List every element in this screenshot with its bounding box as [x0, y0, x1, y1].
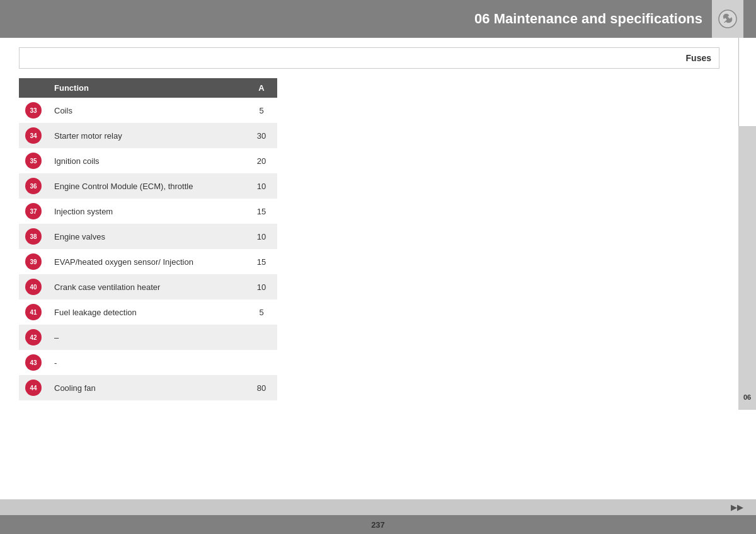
fuse-function-cell: Injection system — [48, 199, 246, 224]
fuse-number-cell: 42 — [19, 325, 48, 350]
fuse-function-cell: Starter motor relay — [48, 123, 246, 148]
table-row: 42– — [19, 325, 277, 350]
fuse-function-cell: EVAP/heated oxygen sensor/ Injection — [48, 249, 246, 274]
chapter-tab-label: 06 — [738, 385, 756, 410]
fuse-function-cell: – — [48, 325, 246, 350]
fuse-function-cell: Engine Control Module (ECM), throttle — [48, 173, 246, 199]
page-number: 237 — [371, 520, 385, 530]
fuse-number-badge: 44 — [25, 380, 42, 396]
fuse-number-cell: 33 — [19, 98, 48, 123]
table-row: 43- — [19, 350, 277, 375]
fuse-ampere-cell — [246, 325, 277, 350]
table-row: 41Fuel leakage detection5 — [19, 299, 277, 325]
fuse-number-badge: 37 — [25, 203, 42, 219]
header-icon-box — [712, 0, 743, 38]
fuse-number-cell: 38 — [19, 224, 48, 249]
fuse-function-cell: Cooling fan — [48, 375, 246, 400]
table-header-row: Function A — [19, 78, 277, 98]
fuse-number-badge: 40 — [25, 279, 42, 295]
fuse-number-cell: 34 — [19, 123, 48, 148]
fuse-number-badge: 38 — [25, 228, 42, 245]
header-title: 06 Maintenance and specifications — [474, 11, 702, 27]
table-row: 39EVAP/heated oxygen sensor/ Injection15 — [19, 249, 277, 274]
fuse-function-cell: Engine valves — [48, 224, 246, 249]
section-header: Fuses — [19, 47, 719, 69]
fuse-ampere-cell: 15 — [246, 199, 277, 224]
col-header-function: Function — [48, 78, 246, 98]
fuse-ampere-cell: 5 — [246, 299, 277, 325]
fuse-ampere-cell: 80 — [246, 375, 277, 400]
fuse-ampere-cell: 10 — [246, 274, 277, 299]
fuse-function-cell: Coils — [48, 98, 246, 123]
fuse-ampere-cell — [246, 350, 277, 375]
col-header-a: A — [246, 78, 277, 98]
wrench-icon — [718, 9, 738, 29]
fuse-number-badge: 39 — [25, 253, 42, 270]
section-title: Fuses — [686, 53, 711, 63]
fuse-number-badge: 33 — [25, 102, 42, 119]
fuse-number-cell: 44 — [19, 375, 48, 400]
fuse-number-cell: 39 — [19, 249, 48, 274]
content-area: Fuses Function A 33Coils534Starter motor… — [0, 38, 738, 499]
fuse-number-badge: 35 — [25, 153, 42, 169]
fuse-ampere-cell: 15 — [246, 249, 277, 274]
fuse-number-badge: 43 — [25, 354, 42, 371]
fuse-function-cell: Crank case ventilation heater — [48, 274, 246, 299]
fuse-ampere-cell: 20 — [246, 148, 277, 173]
nav-arrows: ▶▶ — [731, 502, 743, 512]
fuse-number-cell: 36 — [19, 173, 48, 199]
table-row: 33Coils5 — [19, 98, 277, 123]
table-row: 36Engine Control Module (ECM), throttle1… — [19, 173, 277, 199]
fuse-function-cell: - — [48, 350, 246, 375]
fuse-number-badge: 36 — [25, 178, 42, 194]
fuse-ampere-cell: 5 — [246, 98, 277, 123]
table-row: 44Cooling fan80 — [19, 375, 277, 400]
fuse-number-badge: 34 — [25, 127, 42, 144]
fuse-number-badge: 42 — [25, 329, 42, 345]
table-row: 40Crank case ventilation heater10 — [19, 274, 277, 299]
fuse-number-cell: 41 — [19, 299, 48, 325]
table-row: 35Ignition coils20 — [19, 148, 277, 173]
right-tab: 06 — [738, 38, 756, 410]
col-header-num — [19, 78, 48, 98]
bottom-bar-dark: 237 — [0, 515, 756, 534]
fuse-table: Function A 33Coils534Starter motor relay… — [19, 78, 277, 400]
fuse-number-cell: 35 — [19, 148, 48, 173]
header-bar: 06 Maintenance and specifications — [0, 0, 756, 38]
table-row: 38Engine valves10 — [19, 224, 277, 249]
right-tab-stripe — [738, 38, 756, 126]
fuse-ampere-cell: 30 — [246, 123, 277, 148]
fuse-number-badge: 41 — [25, 304, 42, 320]
bottom-bar-light: ▶▶ — [0, 499, 756, 515]
fuse-number-cell: 40 — [19, 274, 48, 299]
table-row: 34Starter motor relay30 — [19, 123, 277, 148]
fuse-ampere-cell: 10 — [246, 224, 277, 249]
fuse-number-cell: 37 — [19, 199, 48, 224]
table-row: 37Injection system15 — [19, 199, 277, 224]
fuse-number-cell: 43 — [19, 350, 48, 375]
fuse-ampere-cell: 10 — [246, 173, 277, 199]
fuse-function-cell: Ignition coils — [48, 148, 246, 173]
fuse-function-cell: Fuel leakage detection — [48, 299, 246, 325]
